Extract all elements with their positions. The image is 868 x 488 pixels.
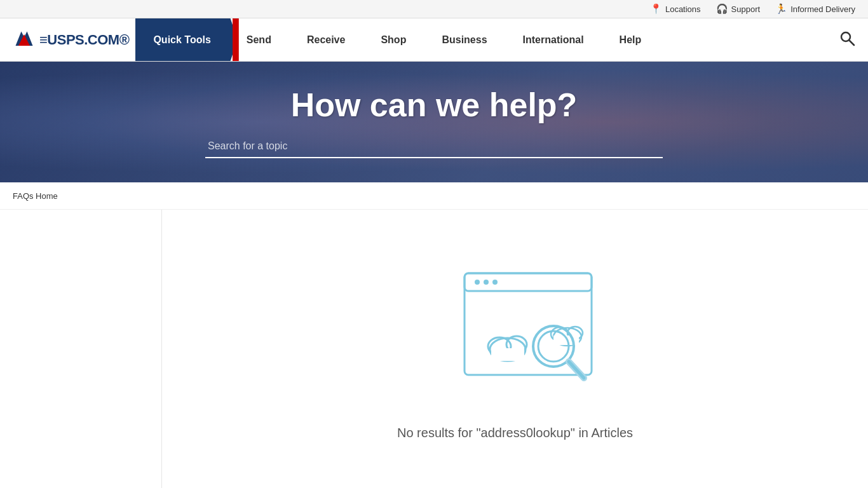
utility-bar: 📍 Locations 🎧 Support 🏃 Informed Deliver… xyxy=(0,0,868,18)
breadcrumb-home[interactable]: FAQs Home xyxy=(13,191,58,201)
logo-text: ≡USPS.COM® xyxy=(39,32,129,48)
hero-title: How can we help? xyxy=(291,86,578,124)
svg-rect-14 xyxy=(491,348,524,361)
svg-point-9 xyxy=(484,280,489,285)
hero-search-bar xyxy=(205,135,663,158)
no-results-text: No results for "address0lookup" in Artic… xyxy=(397,426,633,440)
eagle-icon xyxy=(13,29,36,51)
main-content: No results for "address0lookup" in Artic… xyxy=(162,210,868,488)
nav-item-shop[interactable]: Shop xyxy=(363,18,424,61)
nav-item-international[interactable]: International xyxy=(505,18,602,61)
nav-item-business[interactable]: Business xyxy=(424,18,505,61)
location-icon: 📍 xyxy=(650,3,662,15)
main-nav: ≡USPS.COM® Quick Tools Send Receive Shop… xyxy=(0,18,868,62)
svg-rect-5 xyxy=(465,273,592,375)
support-link[interactable]: 🎧 Support xyxy=(716,3,761,15)
locations-link[interactable]: 📍 Locations xyxy=(650,3,701,15)
locations-label: Locations xyxy=(665,4,701,14)
nav-item-receive[interactable]: Receive xyxy=(289,18,363,61)
nav-item-help[interactable]: Help xyxy=(602,18,660,61)
svg-point-10 xyxy=(492,280,498,285)
support-icon: 🎧 xyxy=(716,3,728,15)
nav-items: Quick Tools Send Receive Shop Business I… xyxy=(135,18,826,61)
informed-delivery-link[interactable]: 🏃 Informed Delivery xyxy=(775,3,855,15)
hero-banner: How can we help? xyxy=(0,62,868,182)
content-area: No results for "address0lookup" in Artic… xyxy=(0,210,868,488)
search-button[interactable] xyxy=(826,30,868,50)
hero-search-input[interactable] xyxy=(205,135,663,158)
no-results-illustration xyxy=(414,235,617,413)
nav-item-quick-tools[interactable]: Quick Tools xyxy=(135,18,228,61)
informed-delivery-icon: 🏃 xyxy=(775,3,787,15)
logo-link[interactable]: ≡USPS.COM® xyxy=(6,29,135,51)
support-label: Support xyxy=(731,4,761,14)
svg-line-4 xyxy=(850,40,855,45)
left-sidebar xyxy=(0,210,162,488)
svg-point-8 xyxy=(475,280,480,285)
informed-delivery-label: Informed Delivery xyxy=(790,4,855,14)
breadcrumb: FAQs Home xyxy=(0,182,868,210)
svg-rect-7 xyxy=(465,282,592,291)
search-icon xyxy=(839,30,855,46)
